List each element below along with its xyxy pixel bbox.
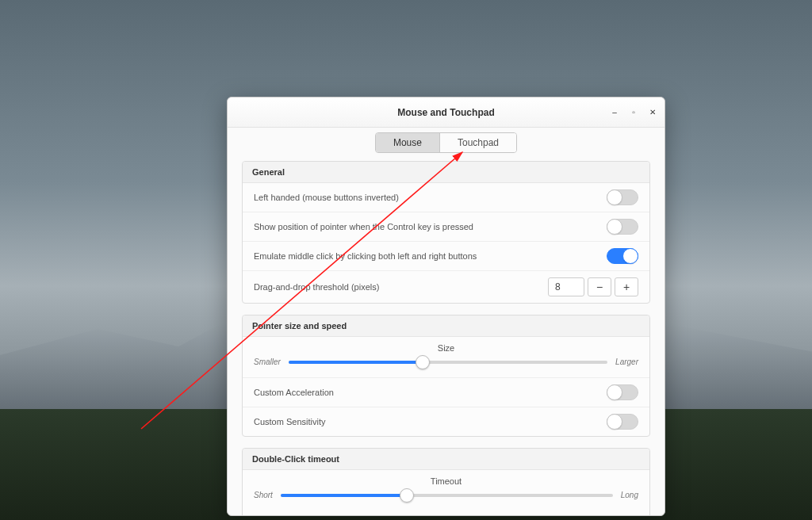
section-pointer: Pointer size and speed Size Smaller Larg… (242, 315, 650, 437)
row-show-pointer: Show position of pointer when the Contro… (243, 212, 649, 242)
pointer-size-fill (289, 361, 423, 364)
settings-window: Mouse and Touchpad – ▫ ✕ Mouse Touchpad … (227, 97, 665, 516)
emulate-middle-label: Emulate middle click by clicking both le… (254, 251, 477, 261)
pointer-size-slider[interactable] (289, 361, 607, 364)
window-controls: – ▫ ✕ (611, 98, 657, 127)
custom-sens-toggle[interactable] (607, 414, 638, 430)
doubleclick-timeout-fill (281, 494, 407, 497)
custom-accel-toggle[interactable] (607, 384, 638, 400)
drag-threshold-increment[interactable]: + (615, 277, 638, 296)
row-custom-accel: Custom Acceleration (243, 378, 649, 407)
pointer-size-label: Size (254, 343, 638, 353)
drag-threshold-value[interactable]: 8 (548, 277, 584, 296)
custom-accel-label: Custom Acceleration (254, 388, 334, 397)
tab-mouse[interactable]: Mouse (376, 133, 439, 152)
doubleclick-timeout-slider[interactable] (281, 494, 613, 497)
doubleclick-timeout-thumb[interactable] (400, 488, 414, 503)
doubleclick-timeout-left: Short (254, 491, 273, 499)
row-emulate-middle: Emulate middle click by clicking both le… (243, 242, 649, 271)
doubleclick-timeout-label: Timeout (254, 476, 638, 486)
section-general-header: General (243, 162, 649, 183)
tab-touchpad[interactable]: Touchpad (439, 133, 516, 152)
section-doubleclick: Double-Click timeout Timeout Short Long … (242, 448, 650, 515)
row-drag-threshold: Drag-and-drop threshold (pixels) 8 − + (243, 271, 649, 303)
row-left-handed: Left handed (mouse buttons inverted) (243, 183, 649, 212)
titlebar: Mouse and Touchpad – ▫ ✕ (228, 98, 665, 128)
drag-threshold-stepper: 8 − + (548, 277, 638, 296)
drag-threshold-label: Drag-and-drop threshold (pixels) (254, 282, 379, 292)
section-doubleclick-header: Double-Click timeout (243, 449, 649, 470)
show-pointer-label: Show position of pointer when the Contro… (254, 222, 473, 231)
emulate-middle-toggle[interactable] (607, 248, 638, 264)
section-pointer-header: Pointer size and speed (243, 315, 649, 337)
drag-threshold-decrement[interactable]: − (588, 277, 611, 296)
custom-sens-label: Custom Sensitivity (254, 417, 325, 426)
window-title: Mouse and Touchpad (397, 107, 494, 118)
minimize-icon[interactable]: – (611, 109, 619, 117)
close-icon[interactable]: ✕ (649, 109, 657, 117)
doubleclick-timeout-block: Timeout Short Long (243, 470, 649, 510)
segmented-control: Mouse Touchpad (375, 132, 517, 153)
pointer-size-left: Smaller (254, 358, 281, 366)
row-custom-sens: Custom Sensitivity (243, 407, 649, 436)
maximize-icon[interactable]: ▫ (630, 109, 638, 117)
doubleclick-timeout-right: Long (621, 491, 638, 499)
left-handed-toggle[interactable] (607, 189, 638, 205)
section-general: General Left handed (mouse buttons inver… (242, 161, 650, 304)
left-handed-label: Left handed (mouse buttons inverted) (254, 193, 399, 202)
show-pointer-toggle[interactable] (607, 219, 638, 235)
tab-switcher: Mouse Touchpad (228, 128, 665, 161)
pointer-size-block: Size Smaller Larger (243, 337, 649, 378)
content-area: General Left handed (mouse buttons inver… (228, 161, 665, 515)
pointer-size-right: Larger (615, 358, 638, 366)
pointer-size-thumb[interactable] (416, 355, 430, 369)
